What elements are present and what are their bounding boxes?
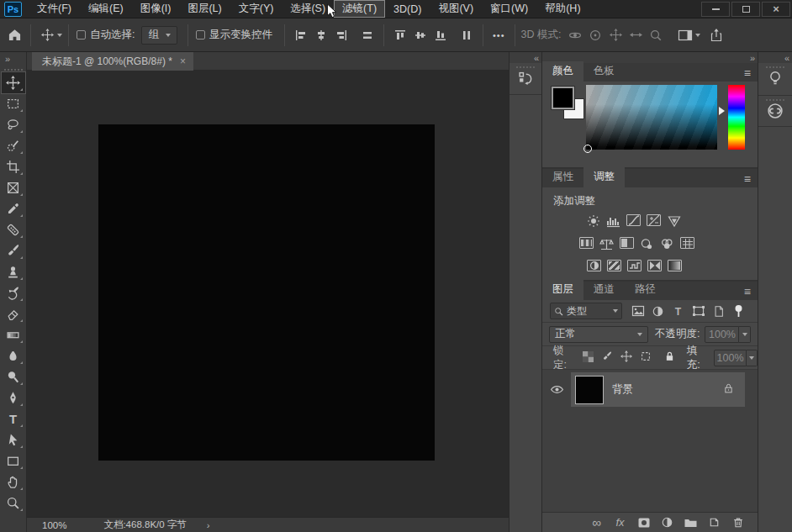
distribute-horizontal-icon[interactable] xyxy=(360,28,375,43)
maximize-button[interactable] xyxy=(731,2,760,17)
tab-paths[interactable]: 路径 xyxy=(625,280,666,300)
preset-chevron-icon[interactable] xyxy=(57,34,62,37)
color-balance-icon[interactable] xyxy=(599,237,614,250)
menu-filter[interactable]: 滤镜(T) xyxy=(334,0,385,18)
auto-select-dropdown[interactable]: 组 xyxy=(141,26,177,45)
dodge-tool[interactable] xyxy=(2,366,25,387)
collapse-right-dock-icon[interactable]: « xyxy=(784,53,789,63)
document-tab[interactable]: 未标题-1 @ 100%(RGB/8#) * × xyxy=(32,52,193,71)
type-tool[interactable]: T xyxy=(2,408,25,429)
crop-tool[interactable] xyxy=(2,156,25,177)
brightness-contrast-icon[interactable] xyxy=(586,214,600,228)
move-tool[interactable] xyxy=(2,72,25,93)
gradient-tool[interactable] xyxy=(2,324,25,345)
tab-properties[interactable]: 属性 xyxy=(542,167,583,187)
menu-window[interactable]: 窗口(W) xyxy=(482,0,536,18)
levels-icon[interactable] xyxy=(606,214,620,228)
more-options-button[interactable]: ••• xyxy=(493,30,505,40)
lock-pixels-icon[interactable] xyxy=(601,350,613,365)
delete-layer-trash-icon[interactable] xyxy=(731,515,745,529)
menu-type[interactable]: 文字(Y) xyxy=(230,0,282,18)
menu-layer[interactable]: 图层(L) xyxy=(179,0,230,18)
menu-file[interactable]: 文件(F) xyxy=(29,0,80,18)
hue-saturation-icon[interactable] xyxy=(579,237,594,249)
layer-style-fx-icon[interactable]: fx xyxy=(613,515,627,529)
menu-help[interactable]: 帮助(H) xyxy=(536,0,589,18)
3d-zoom-icon[interactable] xyxy=(648,28,663,43)
tab-close-icon[interactable]: × xyxy=(180,55,186,67)
menu-image[interactable]: 图像(I) xyxy=(132,0,180,18)
history-brush-tool[interactable] xyxy=(2,282,25,303)
add-layer-mask-icon[interactable] xyxy=(636,515,651,529)
rectangular-marquee-tool[interactable] xyxy=(2,93,25,114)
filter-type-layers-icon[interactable]: T xyxy=(671,304,685,319)
adjustments-panel-menu-icon[interactable]: ≡ xyxy=(744,173,751,185)
quick-selection-tool[interactable] xyxy=(2,135,25,156)
color-saturation-field[interactable] xyxy=(586,85,717,150)
document-canvas[interactable] xyxy=(98,124,435,461)
status-zoom-level[interactable]: 100% xyxy=(42,520,66,530)
pen-tool[interactable] xyxy=(2,387,25,408)
3d-pan-icon[interactable] xyxy=(608,28,623,43)
layer-visibility-eye-icon[interactable] xyxy=(542,382,571,397)
align-middle-vertical-icon[interactable] xyxy=(413,28,428,43)
selective-color-icon[interactable] xyxy=(668,260,682,271)
layer-filter-dropdown[interactable]: 类型 xyxy=(550,303,622,319)
filter-shape-layers-icon[interactable] xyxy=(691,304,705,319)
zoom-tool[interactable] xyxy=(2,492,25,514)
hue-strip[interactable] xyxy=(728,85,745,150)
fill-value[interactable]: 100% xyxy=(714,350,747,366)
tab-channels[interactable]: 通道 xyxy=(583,280,625,300)
3d-slide-icon[interactable] xyxy=(628,28,643,43)
workspace-switcher-icon[interactable] xyxy=(678,28,693,43)
lock-position-icon[interactable] xyxy=(620,350,632,365)
close-button[interactable]: × xyxy=(762,2,790,17)
auto-select-checkbox[interactable] xyxy=(77,30,86,40)
channel-mixer-icon[interactable] xyxy=(660,237,674,250)
learn-dock-grip[interactable] xyxy=(766,66,784,68)
lock-artboard-icon[interactable] xyxy=(640,350,652,365)
hand-tool[interactable] xyxy=(2,471,25,492)
tab-adjustments[interactable]: 调整 xyxy=(583,167,625,187)
align-right-icon[interactable] xyxy=(334,28,349,43)
expand-panels-icon[interactable]: » xyxy=(750,53,754,63)
lock-all-icon[interactable] xyxy=(664,350,675,365)
photo-filter-icon[interactable] xyxy=(640,237,654,250)
menu-3d[interactable]: 3D(D) xyxy=(385,2,430,17)
blend-mode-dropdown[interactable]: 正常 xyxy=(549,326,648,343)
exposure-icon[interactable] xyxy=(647,214,661,226)
history-panel-icon[interactable] xyxy=(510,71,541,89)
rectangle-tool[interactable] xyxy=(2,450,25,471)
clone-stamp-tool[interactable] xyxy=(2,261,25,282)
tab-swatches[interactable]: 色板 xyxy=(583,61,625,82)
3d-roll-icon[interactable] xyxy=(588,28,603,43)
show-transform-checkbox[interactable] xyxy=(196,30,205,40)
move-tool-preset-icon[interactable] xyxy=(40,28,55,43)
new-group-folder-icon[interactable] xyxy=(684,515,698,529)
hue-slider-arrow-icon[interactable] xyxy=(719,107,725,115)
menu-view[interactable]: 视图(V) xyxy=(430,0,482,18)
blur-tool[interactable] xyxy=(2,345,25,366)
lasso-tool[interactable] xyxy=(2,114,25,135)
tab-color[interactable]: 颜色 xyxy=(542,61,583,82)
curves-icon[interactable] xyxy=(626,214,641,226)
fill-chevron[interactable] xyxy=(747,350,758,366)
path-selection-tool[interactable] xyxy=(2,429,25,450)
toolbar-grip[interactable] xyxy=(4,69,23,71)
minimize-button[interactable] xyxy=(701,2,730,17)
gradient-map-icon[interactable] xyxy=(647,260,662,271)
libraries-dock-grip[interactable] xyxy=(766,99,784,101)
brush-tool[interactable] xyxy=(2,240,25,261)
filter-smart-objects-icon[interactable] xyxy=(711,304,726,319)
color-panel-menu-icon[interactable]: ≡ xyxy=(744,67,751,79)
filter-pixel-layers-icon[interactable] xyxy=(631,304,645,319)
layer-row-background[interactable]: 背景 xyxy=(542,372,758,407)
3d-orbit-icon[interactable] xyxy=(568,28,583,43)
align-center-horizontal-icon[interactable] xyxy=(314,28,329,43)
menu-edit[interactable]: 编辑(E) xyxy=(80,0,132,18)
color-lookup-icon[interactable] xyxy=(680,237,694,249)
opacity-chevron[interactable] xyxy=(739,326,751,343)
eyedropper-tool[interactable] xyxy=(2,198,25,219)
eraser-tool[interactable] xyxy=(2,303,25,324)
new-layer-icon[interactable] xyxy=(707,515,721,529)
